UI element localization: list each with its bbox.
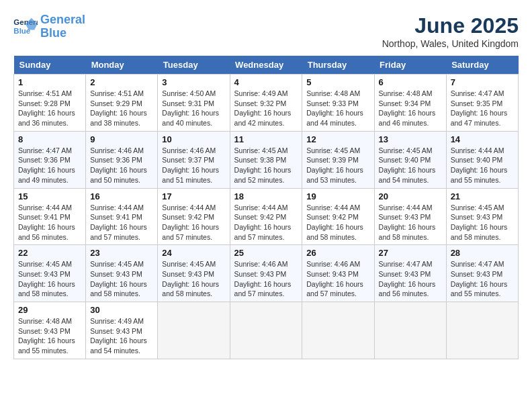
day-number: 21 (451, 191, 514, 201)
day-number: 27 (379, 248, 442, 258)
calendar-week-2: 8Sunrise: 4:47 AM Sunset: 9:36 PM Daylig… (14, 131, 519, 188)
day-number: 2 (90, 77, 153, 87)
day-detail: Sunrise: 4:46 AM Sunset: 9:37 PM Dayligh… (162, 146, 225, 185)
calendar-cell: 15Sunrise: 4:44 AM Sunset: 9:41 PM Dayli… (14, 188, 86, 245)
day-number: 28 (451, 248, 514, 258)
calendar-cell: 20Sunrise: 4:44 AM Sunset: 9:43 PM Dayli… (374, 188, 446, 245)
calendar-cell: 3Sunrise: 4:50 AM Sunset: 9:31 PM Daylig… (158, 75, 230, 132)
calendar-cell: 14Sunrise: 4:44 AM Sunset: 9:40 PM Dayli… (446, 131, 518, 188)
calendar-cell: 8Sunrise: 4:47 AM Sunset: 9:36 PM Daylig… (14, 131, 86, 188)
calendar-cell: 17Sunrise: 4:44 AM Sunset: 9:42 PM Dayli… (158, 188, 230, 245)
day-number: 20 (379, 191, 442, 201)
logo-icon: General Blue (13, 17, 38, 37)
day-detail: Sunrise: 4:47 AM Sunset: 9:43 PM Dayligh… (451, 259, 514, 299)
calendar-subtitle: Northop, Wales, United Kingdom (382, 38, 519, 49)
day-detail: Sunrise: 4:44 AM Sunset: 9:41 PM Dayligh… (90, 203, 153, 242)
calendar-cell: 1Sunrise: 4:51 AM Sunset: 9:28 PM Daylig… (14, 75, 86, 132)
day-number: 14 (451, 134, 514, 144)
day-number: 24 (162, 248, 225, 258)
day-detail: Sunrise: 4:45 AM Sunset: 9:43 PM Dayligh… (18, 259, 81, 299)
day-number: 16 (90, 191, 153, 201)
calendar-header-row: SundayMondayTuesdayWednesdayThursdayFrid… (14, 56, 519, 75)
calendar-week-3: 15Sunrise: 4:44 AM Sunset: 9:41 PM Dayli… (14, 188, 519, 245)
calendar-cell: 25Sunrise: 4:46 AM Sunset: 9:43 PM Dayli… (230, 245, 302, 302)
day-detail: Sunrise: 4:44 AM Sunset: 9:40 PM Dayligh… (451, 146, 514, 185)
day-number: 3 (162, 77, 225, 87)
calendar-cell: 19Sunrise: 4:44 AM Sunset: 9:42 PM Dayli… (302, 188, 374, 245)
day-detail: Sunrise: 4:47 AM Sunset: 9:36 PM Dayligh… (18, 146, 81, 185)
day-number: 22 (18, 248, 81, 258)
day-number: 25 (234, 248, 298, 258)
calendar-cell: 24Sunrise: 4:45 AM Sunset: 9:43 PM Dayli… (158, 245, 230, 302)
logo-text: General Blue (40, 13, 85, 40)
calendar-cell: 4Sunrise: 4:49 AM Sunset: 9:32 PM Daylig… (230, 75, 302, 132)
day-detail: Sunrise: 4:46 AM Sunset: 9:43 PM Dayligh… (306, 259, 369, 299)
calendar-cell: 5Sunrise: 4:48 AM Sunset: 9:33 PM Daylig… (302, 75, 374, 132)
day-detail: Sunrise: 4:45 AM Sunset: 9:39 PM Dayligh… (306, 146, 369, 185)
day-number: 8 (18, 134, 81, 144)
day-number: 9 (90, 134, 153, 144)
calendar-cell: 16Sunrise: 4:44 AM Sunset: 9:41 PM Dayli… (86, 188, 158, 245)
calendar-cell: 27Sunrise: 4:47 AM Sunset: 9:43 PM Dayli… (374, 245, 446, 302)
calendar-cell (158, 302, 230, 359)
calendar-cell: 7Sunrise: 4:47 AM Sunset: 9:35 PM Daylig… (446, 75, 518, 132)
day-detail: Sunrise: 4:50 AM Sunset: 9:31 PM Dayligh… (162, 89, 225, 128)
day-number: 7 (451, 77, 514, 87)
day-number: 23 (90, 248, 153, 258)
day-detail: Sunrise: 4:47 AM Sunset: 9:35 PM Dayligh… (451, 89, 514, 128)
day-number: 12 (306, 134, 369, 144)
calendar-body: 1Sunrise: 4:51 AM Sunset: 9:28 PM Daylig… (14, 75, 519, 359)
day-number: 11 (234, 134, 298, 144)
calendar-cell: 22Sunrise: 4:45 AM Sunset: 9:43 PM Dayli… (14, 245, 86, 302)
calendar-cell (230, 302, 302, 359)
day-number: 1 (18, 77, 81, 87)
day-detail: Sunrise: 4:46 AM Sunset: 9:43 PM Dayligh… (234, 259, 298, 299)
calendar-cell: 6Sunrise: 4:48 AM Sunset: 9:34 PM Daylig… (374, 75, 446, 132)
header-sunday: Sunday (14, 56, 86, 75)
day-detail: Sunrise: 4:45 AM Sunset: 9:43 PM Dayligh… (451, 203, 514, 242)
calendar-table: SundayMondayTuesdayWednesdayThursdayFrid… (13, 56, 519, 359)
calendar-week-4: 22Sunrise: 4:45 AM Sunset: 9:43 PM Dayli… (14, 245, 519, 302)
day-number: 6 (379, 77, 442, 87)
day-detail: Sunrise: 4:46 AM Sunset: 9:36 PM Dayligh… (90, 146, 153, 185)
day-detail: Sunrise: 4:45 AM Sunset: 9:40 PM Dayligh… (379, 146, 442, 185)
day-detail: Sunrise: 4:44 AM Sunset: 9:42 PM Dayligh… (162, 203, 225, 242)
calendar-cell: 13Sunrise: 4:45 AM Sunset: 9:40 PM Dayli… (374, 131, 446, 188)
day-detail: Sunrise: 4:44 AM Sunset: 9:42 PM Dayligh… (234, 203, 298, 242)
day-detail: Sunrise: 4:48 AM Sunset: 9:43 PM Dayligh… (18, 316, 81, 356)
day-detail: Sunrise: 4:49 AM Sunset: 9:32 PM Dayligh… (234, 89, 298, 128)
calendar-week-1: 1Sunrise: 4:51 AM Sunset: 9:28 PM Daylig… (14, 75, 519, 132)
calendar-cell: 30Sunrise: 4:49 AM Sunset: 9:43 PM Dayli… (86, 302, 158, 359)
calendar-cell (302, 302, 374, 359)
calendar-cell: 26Sunrise: 4:46 AM Sunset: 9:43 PM Dayli… (302, 245, 374, 302)
header-wednesday: Wednesday (230, 56, 302, 75)
day-detail: Sunrise: 4:44 AM Sunset: 9:41 PM Dayligh… (18, 203, 81, 242)
day-number: 26 (306, 248, 369, 258)
day-number: 18 (234, 191, 298, 201)
day-number: 4 (234, 77, 298, 87)
day-number: 17 (162, 191, 225, 201)
day-number: 19 (306, 191, 369, 201)
header-monday: Monday (86, 56, 158, 75)
header-thursday: Thursday (302, 56, 374, 75)
day-number: 15 (18, 191, 81, 201)
calendar-cell: 10Sunrise: 4:46 AM Sunset: 9:37 PM Dayli… (158, 131, 230, 188)
day-number: 30 (90, 305, 153, 315)
header-saturday: Saturday (446, 56, 518, 75)
page-header: General Blue General Blue June 2025 Nort… (13, 13, 519, 49)
calendar-cell: 29Sunrise: 4:48 AM Sunset: 9:43 PM Dayli… (14, 302, 86, 359)
day-number: 13 (379, 134, 442, 144)
day-number: 10 (162, 134, 225, 144)
header-friday: Friday (374, 56, 446, 75)
day-number: 29 (18, 305, 81, 315)
calendar-cell: 12Sunrise: 4:45 AM Sunset: 9:39 PM Dayli… (302, 131, 374, 188)
calendar-cell: 9Sunrise: 4:46 AM Sunset: 9:36 PM Daylig… (86, 131, 158, 188)
calendar-cell (374, 302, 446, 359)
day-detail: Sunrise: 4:45 AM Sunset: 9:43 PM Dayligh… (90, 259, 153, 299)
header-tuesday: Tuesday (158, 56, 230, 75)
logo: General Blue General Blue (13, 13, 85, 40)
calendar-week-5: 29Sunrise: 4:48 AM Sunset: 9:43 PM Dayli… (14, 302, 519, 359)
day-detail: Sunrise: 4:45 AM Sunset: 9:38 PM Dayligh… (234, 146, 298, 185)
calendar-cell: 2Sunrise: 4:51 AM Sunset: 9:29 PM Daylig… (86, 75, 158, 132)
calendar-cell (446, 302, 518, 359)
